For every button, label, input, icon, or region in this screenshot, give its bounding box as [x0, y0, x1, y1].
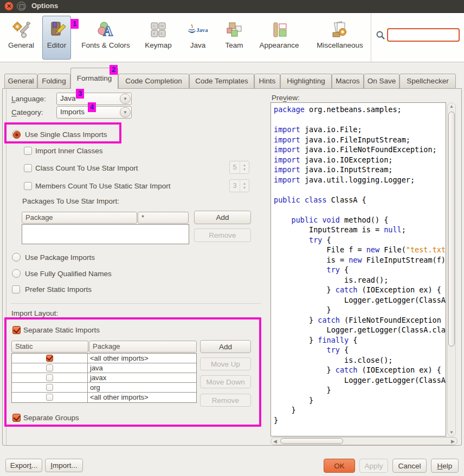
- package-cell[interactable]: javax: [88, 373, 196, 382]
- toolbar-item-fonts-colors[interactable]: AFonts & Colors: [75, 16, 136, 60]
- static-cell[interactable]: [12, 393, 88, 402]
- tab-code-completion[interactable]: Code Completion: [118, 74, 189, 89]
- toolbar-item-label: Appearance: [253, 41, 305, 49]
- code-line: Logger.getLogger(ClassA.class.getName())…: [274, 325, 446, 335]
- packages-col-package[interactable]: Package: [22, 212, 137, 224]
- members-count-checkbox[interactable]: [24, 182, 32, 190]
- packages-add-button[interactable]: Add: [194, 211, 251, 224]
- layout-remove-button[interactable]: Remove: [200, 394, 251, 407]
- chevron-down-icon[interactable]: ▼: [120, 94, 131, 104]
- ok-button[interactable]: OK: [324, 459, 355, 473]
- preview-code-editor[interactable]: package org.netbeans.samples; import jav…: [270, 102, 446, 436]
- horizontal-scrollbar[interactable]: ◀ ▶: [270, 437, 457, 445]
- use-single-class-imports-label: Use Single Class Imports: [25, 131, 107, 139]
- maximize-icon[interactable]: [17, 2, 26, 11]
- separate-static-imports-checkbox[interactable]: [12, 326, 21, 334]
- toolbar-item-keymap[interactable]: CWASKeymap: [140, 16, 176, 60]
- package-cell[interactable]: <all other imports>: [88, 354, 196, 363]
- toolbar-item-general[interactable]: General: [4, 16, 38, 60]
- tab-highlighting[interactable]: Highlighting: [280, 74, 332, 89]
- scroll-left-icon[interactable]: ◀: [273, 438, 277, 445]
- class-count-spinner[interactable]: 5 ▲▼: [229, 161, 249, 174]
- scroll-right-icon[interactable]: ▶: [451, 438, 455, 445]
- table-row[interactable]: <all other imports>: [12, 354, 196, 363]
- scroll-down-icon[interactable]: ▼: [448, 430, 455, 435]
- members-count-label: Members Count To Use Static Star Import: [35, 182, 171, 190]
- separate-groups-checkbox[interactable]: [12, 414, 21, 422]
- toolbar-item-appearance[interactable]: Appearance: [253, 16, 306, 60]
- packages-col-star[interactable]: *: [138, 212, 189, 224]
- package-cell[interactable]: java: [88, 363, 196, 373]
- horizontal-scroll-thumb[interactable]: [280, 438, 343, 444]
- class-count-checkbox[interactable]: [24, 164, 32, 172]
- toolbar-item-label: Miscellaneous: [308, 41, 371, 49]
- import-button[interactable]: Import...: [45, 459, 83, 472]
- spinner-arrows-icon[interactable]: ▲▼: [240, 180, 249, 192]
- code-line: import java.io.File;: [274, 125, 446, 135]
- code-line: }: [274, 395, 446, 406]
- apply-button[interactable]: Apply: [359, 459, 388, 473]
- layout-col-package[interactable]: Package: [89, 341, 197, 353]
- use-package-imports-radio[interactable]: [12, 253, 21, 262]
- toolbar-item-java[interactable]: JavaJava: [181, 16, 215, 60]
- class-count-label: Class Count To Use Star Import: [35, 164, 138, 172]
- table-row[interactable]: javax: [12, 373, 196, 383]
- static-checkbox[interactable]: [46, 394, 53, 401]
- svg-text:A: A: [103, 24, 113, 38]
- layout-add-button[interactable]: Add: [200, 340, 251, 353]
- toolbar-item-miscellaneous[interactable]: Miscellaneous: [308, 16, 372, 60]
- scroll-up-icon[interactable]: ▲: [448, 104, 455, 109]
- layout-col-static[interactable]: Static: [11, 341, 88, 353]
- code-line: try {: [274, 265, 446, 275]
- help-button[interactable]: Help: [431, 459, 459, 473]
- toolbar-item-team[interactable]: Team: [219, 16, 249, 60]
- import-inner-classes-checkbox[interactable]: [24, 147, 32, 155]
- search-input[interactable]: [387, 28, 460, 42]
- layout-move-up-button[interactable]: Move Up: [200, 357, 251, 370]
- tab-spellchecker[interactable]: Spellchecker: [399, 74, 456, 89]
- annotation-marker-3: 3: [76, 89, 84, 99]
- static-cell[interactable]: [12, 383, 88, 392]
- package-cell[interactable]: org: [88, 383, 196, 392]
- static-cell[interactable]: [12, 373, 88, 382]
- import-inner-classes-label: Import Inner Classes: [35, 147, 103, 155]
- static-cell[interactable]: [12, 354, 88, 363]
- close-icon[interactable]: ✕: [4, 2, 14, 11]
- static-checkbox[interactable]: [46, 374, 53, 381]
- packages-remove-button[interactable]: Remove: [194, 229, 251, 242]
- vertical-scrollbar[interactable]: ▲ ▼: [447, 102, 456, 436]
- table-row[interactable]: java: [12, 363, 196, 373]
- table-row[interactable]: <all other imports>: [12, 393, 196, 402]
- use-fully-qualified-names-radio[interactable]: [12, 269, 21, 278]
- tab-hints[interactable]: Hints: [254, 74, 280, 89]
- tab-folding[interactable]: Folding: [37, 74, 70, 89]
- formatting-panel: Language: Java ▼ Category: Imports ▼ Use…: [2, 88, 462, 446]
- static-cell[interactable]: [12, 363, 88, 373]
- toolbar-item-editor[interactable]: Editor: [42, 16, 71, 60]
- members-count-spinner[interactable]: 3 ▲▼: [229, 179, 249, 192]
- layout-move-down-button[interactable]: Move Down: [200, 375, 251, 388]
- prefer-static-imports-checkbox[interactable]: [12, 285, 20, 294]
- tab-code-templates[interactable]: Code Templates: [189, 74, 254, 89]
- export-button[interactable]: Export...: [5, 459, 42, 472]
- tab-on-save[interactable]: On Save: [364, 74, 399, 89]
- packages-list[interactable]: [22, 224, 189, 244]
- static-checkbox[interactable]: [46, 384, 53, 391]
- code-line: Logger.getLogger(ClassA.class.getName())…: [274, 295, 446, 305]
- tab-general[interactable]: General: [4, 74, 37, 89]
- import-layout-table[interactable]: <all other imports>javajavaxorg<all othe…: [11, 353, 197, 403]
- static-checkbox[interactable]: [46, 364, 53, 371]
- spinner-arrows-icon[interactable]: ▲▼: [240, 161, 249, 173]
- code-line: [274, 205, 446, 215]
- chevron-down-icon[interactable]: ▼: [120, 107, 131, 118]
- vertical-scroll-thumb[interactable]: [448, 112, 455, 347]
- tab-macros[interactable]: Macros: [332, 74, 364, 89]
- table-row[interactable]: org: [12, 383, 196, 393]
- static-checkbox[interactable]: [46, 355, 53, 362]
- cancel-button[interactable]: Cancel: [392, 459, 427, 473]
- package-cell[interactable]: <all other imports>: [88, 393, 196, 402]
- category-toolbar: GeneralEditorAFonts & ColorsCWASKeymapJa…: [0, 13, 464, 62]
- use-single-class-imports-radio[interactable]: [12, 130, 21, 139]
- editor-icon: [46, 19, 68, 40]
- code-line: Logger.getLogger(ClassA.class.getName())…: [274, 375, 446, 386]
